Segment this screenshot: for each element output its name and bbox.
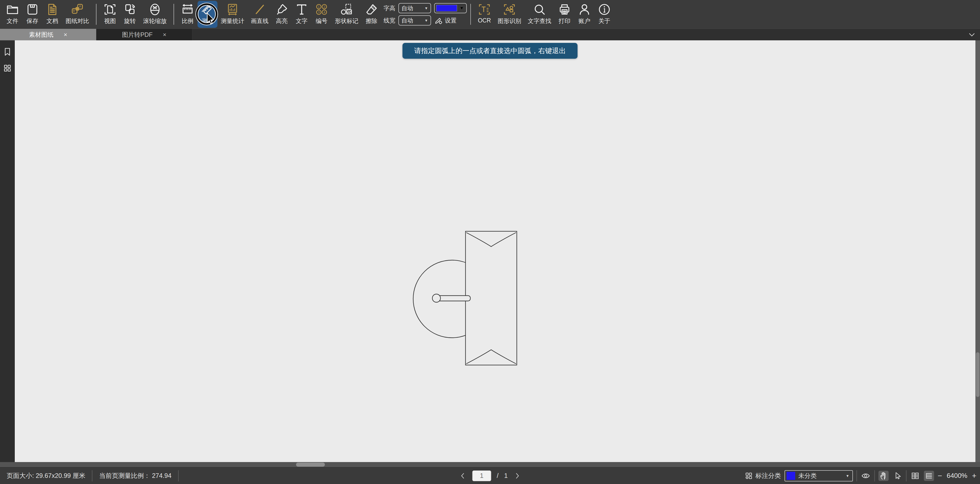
drawing-rectangle bbox=[466, 231, 517, 365]
view-label: 视图 bbox=[104, 17, 116, 25]
vertical-scrollbar-thumb[interactable] bbox=[976, 352, 980, 397]
file-button[interactable]: 文件 bbox=[3, 1, 22, 28]
measure-icon bbox=[201, 3, 214, 16]
text-button[interactable]: 文字 bbox=[292, 1, 312, 28]
app-window: 文件 保存 文档 AB 图纸对比 视图 旋转 滚轮缩放 bbox=[0, 0, 980, 484]
font-height-select[interactable]: 自动 ▼ bbox=[398, 3, 431, 13]
cad-drawing bbox=[0, 40, 980, 462]
search-icon bbox=[533, 3, 546, 16]
numbering-button[interactable]: 1234 编号 bbox=[312, 1, 331, 28]
text-search-button[interactable]: 文字查找 bbox=[525, 1, 555, 28]
select-tool-button[interactable] bbox=[892, 471, 902, 481]
drawing-pin bbox=[432, 294, 441, 302]
document-tabbar: 素材图纸 × 图片转PDF × bbox=[0, 29, 980, 40]
ocr-icon bbox=[478, 3, 491, 16]
text-search-label: 文字查找 bbox=[528, 17, 551, 25]
canvas-area[interactable]: 请指定圆弧上的一点或者直接选中圆弧，右键退出 bbox=[0, 40, 980, 462]
measure-button[interactable]: 测量 bbox=[197, 1, 218, 28]
highlighter-icon bbox=[275, 3, 288, 16]
numbering-label: 编号 bbox=[316, 17, 328, 25]
shape-mark-label: 形状标记 bbox=[335, 17, 358, 25]
tab-image-to-pdf[interactable]: 图片转PDF × bbox=[96, 29, 192, 40]
printer-icon bbox=[558, 3, 571, 16]
chevron-down-icon: ▼ bbox=[460, 6, 464, 11]
highlight-button[interactable]: 高亮 bbox=[272, 1, 292, 28]
prev-page-icon[interactable] bbox=[459, 472, 467, 480]
tab-list-chevron-icon[interactable] bbox=[966, 30, 977, 39]
page-number-input[interactable] bbox=[473, 470, 491, 481]
line-width-select[interactable]: 自动 ▼ bbox=[398, 15, 431, 25]
horizontal-scrollbar[interactable] bbox=[0, 462, 980, 467]
status-separator bbox=[906, 470, 907, 481]
draw-line-button[interactable]: 画直线 bbox=[248, 1, 272, 28]
cursor-arrow-icon bbox=[893, 471, 902, 481]
drawing-compare-label: 图纸对比 bbox=[65, 17, 89, 25]
shape-recognition-label: 图形识别 bbox=[498, 17, 521, 25]
account-label: 账户 bbox=[579, 17, 590, 25]
zoom-level-value: 6400% bbox=[947, 472, 967, 480]
chevron-down-icon: ▼ bbox=[846, 474, 850, 478]
shape-recognition-button[interactable]: 图形识别 bbox=[494, 1, 525, 28]
page-navigation: / 1 bbox=[459, 470, 521, 481]
drawing-compare-button[interactable]: AB 图纸对比 bbox=[62, 1, 92, 28]
thumbnail-grid-icon[interactable] bbox=[3, 63, 12, 73]
pan-tool-button[interactable] bbox=[878, 471, 889, 481]
toolbar-separator bbox=[470, 4, 471, 25]
settings-button[interactable]: 设置 bbox=[434, 16, 457, 25]
measure-scale-text: 当前页测量比例： 274.94 bbox=[92, 471, 178, 480]
scale-label: 比例 bbox=[182, 17, 193, 25]
two-page-view-button[interactable] bbox=[910, 471, 920, 481]
zoom-in-button[interactable]: + bbox=[972, 472, 977, 480]
save-icon bbox=[26, 3, 39, 16]
rotate-label: 旋转 bbox=[124, 17, 136, 25]
category-color-swatch bbox=[787, 472, 795, 480]
ocr-button[interactable]: OCR bbox=[474, 1, 494, 28]
color-swatch bbox=[436, 5, 457, 11]
settings-label: 设置 bbox=[445, 17, 457, 24]
measure-stats-button[interactable]: 测量统计 bbox=[218, 1, 248, 28]
next-page-icon[interactable] bbox=[513, 472, 521, 480]
about-label: 关于 bbox=[598, 17, 610, 25]
horizontal-scrollbar-thumb[interactable] bbox=[296, 463, 325, 466]
text-style-controls: 字高 自动 ▼ ▼ 线宽 自动 ▼ 设置 bbox=[383, 1, 467, 28]
account-button[interactable]: 账户 bbox=[574, 1, 594, 28]
diagonal-line-icon bbox=[253, 3, 266, 16]
bookmark-icon[interactable] bbox=[3, 47, 12, 57]
close-icon[interactable]: × bbox=[64, 31, 67, 38]
svg-text:3: 3 bbox=[318, 11, 320, 14]
category-grid-icon bbox=[744, 471, 753, 481]
page-total: 1 bbox=[504, 472, 508, 479]
visibility-button[interactable] bbox=[861, 471, 871, 481]
annotation-category-label: 标注分类 bbox=[756, 471, 781, 480]
continuous-view-button[interactable] bbox=[924, 471, 934, 481]
user-icon bbox=[578, 3, 591, 16]
close-icon[interactable]: × bbox=[163, 31, 166, 38]
status-left-group: 页面大小: 29.67x20.99 厘米 当前页测量比例： 274.94 bbox=[0, 467, 179, 484]
view-icon bbox=[103, 3, 117, 16]
save-button[interactable]: 保存 bbox=[22, 1, 42, 28]
erase-button[interactable]: 擦除 bbox=[362, 1, 382, 28]
tab-material-drawing[interactable]: 素材图纸 × bbox=[0, 29, 96, 40]
drawing-rod bbox=[436, 296, 470, 301]
view-button[interactable]: 视图 bbox=[100, 1, 120, 28]
wheel-zoom-button[interactable]: 滚轮缩放 bbox=[140, 1, 170, 28]
info-icon bbox=[598, 3, 611, 16]
color-select[interactable]: ▼ bbox=[434, 3, 467, 13]
status-bar: 页面大小: 29.67x20.99 厘米 当前页测量比例： 274.94 / 1… bbox=[0, 467, 980, 484]
ocr-label: OCR bbox=[478, 17, 491, 24]
category-value: 未分类 bbox=[798, 472, 843, 480]
zoom-out-button[interactable]: − bbox=[938, 472, 942, 480]
print-button[interactable]: 打印 bbox=[555, 1, 574, 28]
font-height-label: 字高 bbox=[383, 4, 395, 12]
file-label: 文件 bbox=[6, 17, 18, 25]
document-button[interactable]: 文档 bbox=[42, 1, 62, 28]
vertical-scrollbar[interactable] bbox=[975, 40, 980, 462]
page-size-text: 页面大小: 29.67x20.99 厘米 bbox=[0, 471, 92, 480]
line-width-value: 自动 bbox=[401, 17, 413, 24]
about-button[interactable]: 关于 bbox=[594, 1, 614, 28]
shape-mark-button[interactable]: 形状标记 bbox=[331, 1, 362, 28]
scale-button[interactable]: 比例 bbox=[178, 1, 197, 28]
rotate-button[interactable]: 旋转 bbox=[120, 1, 140, 28]
page-separator: / bbox=[497, 472, 499, 479]
category-dropdown[interactable]: 未分类 ▼ bbox=[784, 470, 853, 481]
